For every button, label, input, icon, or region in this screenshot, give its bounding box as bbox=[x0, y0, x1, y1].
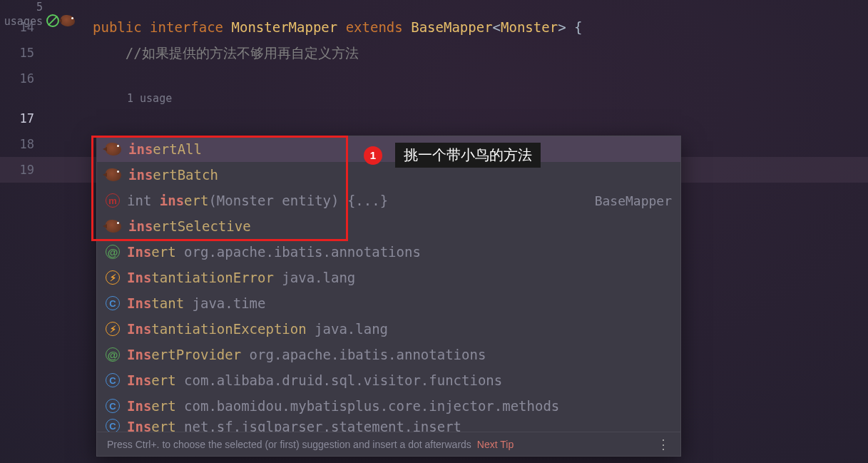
usages-hint[interactable]: 1 usage bbox=[93, 91, 868, 106]
line-number: 15 bbox=[0, 40, 43, 66]
class-icon: C bbox=[106, 373, 120, 387]
bird-icon[interactable] bbox=[61, 15, 75, 26]
gutter-icons-column bbox=[43, 0, 93, 463]
class-icon: C bbox=[106, 296, 120, 310]
line-number: 16 bbox=[0, 66, 43, 91]
no-entry-icon[interactable] bbox=[46, 14, 59, 27]
spacer bbox=[93, 0, 868, 14]
line-number: 19 bbox=[0, 157, 43, 183]
code-line[interactable]: //如果提供的方法不够用再自定义方法 bbox=[93, 40, 868, 66]
autocomplete-item[interactable]: ⚡︎ InstantiationException java.lang bbox=[97, 316, 680, 342]
annotation-callout: 1 挑一个带小鸟的方法 bbox=[364, 143, 541, 168]
annotation-icon: @ bbox=[106, 245, 120, 259]
annotation-badge: 1 bbox=[364, 146, 382, 165]
class-icon: C bbox=[106, 419, 120, 432]
usages-hint[interactable]: 5 usages bbox=[0, 0, 43, 14]
autocomplete-item[interactable]: ⚡︎ InstantiationError java.lang bbox=[97, 265, 680, 290]
footer-hint: Press Ctrl+. to choose the selected (or … bbox=[107, 439, 471, 450]
autocomplete-item[interactable]: @ Insert org.apache.ibatis.annotations bbox=[97, 239, 680, 265]
autocomplete-item[interactable]: C Insert com.baomidou.mybatisplus.core.i… bbox=[97, 393, 680, 419]
bird-icon bbox=[106, 168, 121, 181]
line-number: 18 bbox=[0, 131, 43, 157]
usages-hint[interactable] bbox=[0, 91, 43, 106]
annotation-text: 挑一个带小鸟的方法 bbox=[395, 143, 541, 168]
popup-footer: Press Ctrl+. to choose the selected (or … bbox=[97, 432, 680, 456]
bird-icon bbox=[106, 220, 121, 233]
autocomplete-popup[interactable]: insertAll insertBatch m int insert(Monst… bbox=[96, 136, 681, 457]
code-line[interactable]: ins bbox=[93, 106, 868, 131]
autocomplete-item[interactable]: C Insert com.alibaba.druid.sql.visitor.f… bbox=[97, 367, 680, 393]
autocomplete-item[interactable]: @ InsertProvider org.apache.ibatis.annot… bbox=[97, 342, 680, 367]
code-line[interactable]: public interface MonsterMapper extends B… bbox=[93, 14, 868, 40]
autocomplete-item[interactable]: C Instant java.time bbox=[97, 290, 680, 316]
method-icon: m bbox=[106, 193, 120, 208]
lightning-icon: ⚡︎ bbox=[106, 322, 120, 336]
code-line[interactable] bbox=[93, 66, 868, 91]
line-number-gutter: 5 usages 14 15 16 17 18 19 bbox=[0, 0, 43, 463]
bird-icon bbox=[106, 143, 121, 156]
autocomplete-list[interactable]: insertAll insertBatch m int insert(Monst… bbox=[97, 136, 680, 432]
autocomplete-item[interactable]: insertSelective bbox=[97, 213, 680, 239]
line-number: 17 bbox=[0, 106, 43, 131]
popup-menu-icon[interactable]: ⋮ bbox=[657, 437, 670, 452]
autocomplete-item[interactable]: C Insert net.sf.jsqlparser.statement.ins… bbox=[97, 419, 680, 432]
autocomplete-item[interactable]: m int insert(Monster entity) {...} BaseM… bbox=[97, 188, 680, 213]
annotation-icon: @ bbox=[106, 347, 120, 362]
next-tip-link[interactable]: Next Tip bbox=[477, 439, 514, 450]
lightning-icon: ⚡︎ bbox=[106, 270, 120, 285]
class-icon: C bbox=[106, 399, 120, 413]
